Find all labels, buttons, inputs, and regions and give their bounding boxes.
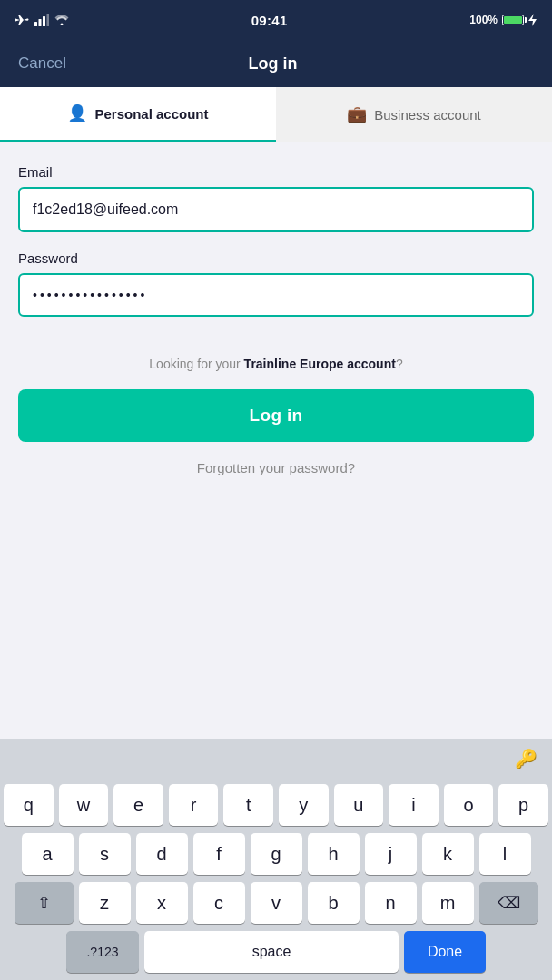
space-key[interactable]: space [144,931,399,973]
email-input[interactable] [18,187,534,232]
keyboard: 🔑 q w e r t y u i o p a s d f g h j k l [0,739,552,980]
key-s[interactable]: s [79,833,131,875]
key-o[interactable]: o [444,784,494,826]
keyboard-row-2: a s d f g h j k l [4,833,548,875]
tab-business[interactable]: 💼 Business account [276,87,552,142]
business-icon: 💼 [347,104,367,124]
key-j[interactable]: j [365,833,417,875]
key-icon: 🔑 [515,748,537,769]
key-y[interactable]: y [279,784,329,826]
status-right: 100% [469,14,537,26]
forgotten-password-link[interactable]: Forgotten your password? [0,456,552,475]
numbers-key[interactable]: .?123 [66,931,139,973]
keyboard-rows: q w e r t y u i o p a s d f g h j k l ⇧ … [0,779,552,927]
signal-icon [34,14,49,26]
nav-bar: Cancel Log in [0,40,552,87]
trainline-prefix: Looking for your [149,357,243,371]
key-r[interactable]: r [169,784,219,826]
login-button[interactable]: Log in [18,389,534,442]
business-tab-label: Business account [374,107,481,122]
key-a[interactable]: a [22,833,74,875]
key-p[interactable]: p [498,784,548,826]
svg-rect-0 [34,22,37,26]
key-w[interactable]: w [59,784,109,826]
trainline-suffix: ? [396,357,403,371]
wifi-icon [54,15,69,25]
email-label: Email [18,164,534,180]
status-left [15,14,69,26]
tab-personal[interactable]: 👤 Personal account [0,87,276,142]
key-t[interactable]: t [223,784,273,826]
password-input[interactable] [18,273,534,317]
key-g[interactable]: g [251,833,302,875]
keyboard-row-1: q w e r t y u i o p [4,784,548,826]
svg-rect-3 [47,14,50,26]
trainline-info: Looking for your Trainline Europe accoun… [0,357,552,371]
key-f[interactable]: f [193,833,245,875]
battery-percent: 100% [469,14,498,26]
account-tabs: 👤 Personal account 💼 Business account [0,87,552,142]
status-time: 09:41 [251,13,288,28]
keyboard-bottom-row: .?123 space Done [0,927,552,980]
key-l[interactable]: l [479,833,531,875]
key-m[interactable]: m [422,882,474,924]
key-q[interactable]: q [4,784,54,826]
key-c[interactable]: c [193,882,245,924]
trainline-link[interactable]: Trainline Europe account [244,357,396,371]
key-v[interactable]: v [251,882,302,924]
shift-key[interactable]: ⇧ [15,882,74,924]
personal-icon: 👤 [67,103,87,123]
page-title: Log in [248,54,297,74]
key-i[interactable]: i [389,784,439,826]
key-d[interactable]: d [136,833,188,875]
battery-icon [502,15,524,25]
key-k[interactable]: k [422,833,474,875]
cancel-button[interactable]: Cancel [18,54,66,73]
done-key[interactable]: Done [404,931,486,973]
password-label: Password [18,250,534,266]
status-bar: 09:41 100% [0,0,552,40]
key-n[interactable]: n [365,882,417,924]
lightning-icon [528,14,537,26]
svg-rect-1 [39,19,42,26]
key-b[interactable]: b [308,882,360,924]
keyboard-row-3: ⇧ z x c v b n m ⌫ [4,882,548,924]
backspace-key[interactable]: ⌫ [479,882,538,924]
keyboard-top-bar: 🔑 [0,739,552,779]
personal-tab-label: Personal account [94,106,208,122]
key-h[interactable]: h [308,833,360,875]
form-area: Email Password [0,142,552,349]
key-u[interactable]: u [334,784,384,826]
plane-icon [15,14,29,26]
key-z[interactable]: z [79,882,131,924]
key-x[interactable]: x [136,882,188,924]
svg-rect-2 [43,16,45,26]
key-e[interactable]: e [113,784,163,826]
